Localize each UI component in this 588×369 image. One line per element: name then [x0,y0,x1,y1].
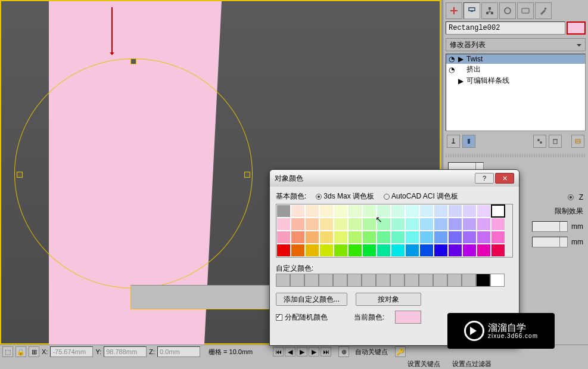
axis-z-radio[interactable] [568,194,574,200]
custom-color-slot[interactable] [362,274,376,287]
selection-lock-icon[interactable]: ⬚ [2,346,13,357]
color-cell[interactable] [391,244,405,257]
gizmo-handle-left[interactable] [17,172,23,178]
basic-color-grid[interactable] [276,204,513,258]
color-cell[interactable] [405,218,419,231]
color-cell[interactable] [491,218,505,231]
custom-color-slot[interactable] [433,274,447,287]
custom-color-slot[interactable] [476,274,490,287]
object-color-swatch[interactable] [567,21,586,35]
set-key-icon[interactable]: 🔑 [395,346,406,357]
eye-icon[interactable]: ◔ [449,55,456,63]
color-cell[interactable] [477,204,491,218]
color-cell[interactable] [448,218,462,231]
tab-motion[interactable] [499,2,516,19]
object-name-input[interactable] [446,21,565,35]
color-cell[interactable] [348,231,362,244]
custom-color-slot[interactable] [462,274,476,287]
color-cell[interactable] [334,244,348,257]
coord-y-input[interactable] [104,346,147,357]
color-cell[interactable] [434,231,448,244]
add-custom-color-button[interactable]: 添加自定义颜色... [276,293,347,306]
color-cell[interactable] [305,218,319,231]
show-end-result-button[interactable] [462,135,475,148]
make-unique-button[interactable] [533,135,546,148]
color-cell[interactable] [491,204,505,218]
color-cell[interactable] [391,204,405,218]
color-cell[interactable] [319,204,334,218]
color-cell[interactable] [405,244,419,257]
color-cell[interactable] [362,231,377,244]
color-cell[interactable] [362,204,377,218]
custom-color-slot[interactable] [419,274,433,287]
color-cell[interactable] [477,218,491,231]
color-cell[interactable] [276,204,291,218]
custom-color-slot[interactable] [347,274,362,287]
color-cell[interactable] [419,204,434,218]
setkey-label[interactable]: 设置关键点 [407,359,440,368]
palette-autocad-radio[interactable]: AutoCAD ACI 调色板 [384,191,458,201]
current-color-swatch[interactable] [395,311,421,324]
palette-3dsmax-radio[interactable]: 3ds Max 调色板 [316,191,374,201]
color-cell[interactable] [276,244,291,257]
color-cell[interactable] [348,244,362,257]
color-cell[interactable] [477,244,491,257]
configure-sets-button[interactable] [571,135,584,148]
color-cell[interactable] [434,218,448,231]
eye-icon[interactable]: ◔ [449,66,456,74]
modifier-item-extrude[interactable]: ◔ 挤出 [446,64,585,75]
lock-icon[interactable]: 🔒 [15,346,26,357]
key-mode-icon[interactable]: ⊕ [338,346,349,357]
coord-z-input[interactable] [157,346,200,357]
tab-modify[interactable] [463,2,480,19]
autokey-label[interactable]: 自动关键点 [355,348,388,356]
tab-hierarchy[interactable] [481,2,498,19]
color-cell[interactable] [419,244,434,257]
tab-display[interactable] [517,2,534,19]
custom-color-grid[interactable] [276,274,513,287]
custom-color-slot[interactable] [304,274,319,287]
color-cell[interactable] [319,218,334,231]
assign-random-checkbox[interactable]: 分配随机颜色 [276,312,328,323]
color-cell[interactable] [319,244,334,257]
remove-modifier-button[interactable] [549,135,562,148]
color-cell[interactable] [305,204,319,218]
color-cell[interactable] [334,204,348,218]
next-frame-icon[interactable]: ▶ [309,347,319,356]
goto-start-icon[interactable]: ⏮ [273,347,284,356]
gizmo-arrow[interactable] [111,7,113,55]
goto-end-icon[interactable]: ⏭ [321,347,331,356]
gizmo-circle[interactable] [14,58,253,289]
color-cell[interactable] [434,244,448,257]
color-cell[interactable] [448,204,462,218]
custom-color-slot[interactable] [390,274,405,287]
gizmo-handle-right[interactable] [244,172,250,178]
color-cell[interactable] [491,231,505,244]
filter-label[interactable]: 设置点过滤器 [452,359,491,368]
color-cell[interactable] [391,231,405,244]
color-cell[interactable] [348,204,362,218]
color-cell[interactable] [362,218,377,231]
color-cell[interactable] [276,231,291,244]
color-cell[interactable] [391,218,405,231]
param-spinner-4[interactable] [532,237,568,247]
prev-frame-icon[interactable]: ◀ [285,347,295,356]
custom-color-slot[interactable] [376,274,390,287]
color-cell[interactable] [462,244,477,257]
color-cell[interactable] [462,218,477,231]
play-icon[interactable]: ▶ [297,347,307,356]
color-cell[interactable] [405,204,419,218]
color-cell[interactable] [291,231,305,244]
color-cell[interactable] [462,204,477,218]
custom-color-slot[interactable] [405,274,419,287]
color-cell[interactable] [491,244,505,257]
help-button[interactable]: ? [475,173,494,184]
color-cell[interactable] [448,244,462,257]
color-cell[interactable] [291,204,305,218]
color-cell[interactable] [434,204,448,218]
custom-color-slot[interactable] [333,274,347,287]
expand-icon[interactable]: ▶ [458,55,464,63]
color-cell[interactable] [462,231,477,244]
modifier-item-spline[interactable]: ▶ 可编辑样条线 [446,75,585,86]
dialog-titlebar[interactable]: 对象颜色 ? ✕ [270,170,519,187]
